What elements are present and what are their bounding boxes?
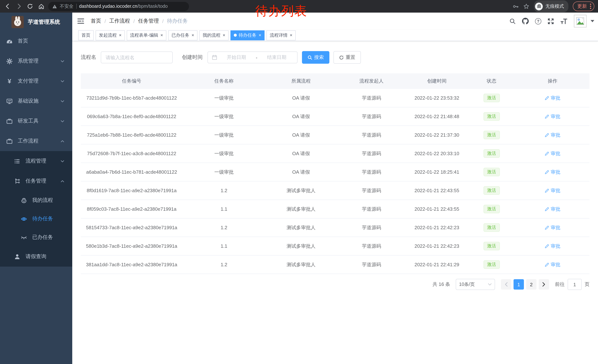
breadcrumb-home[interactable]: 首页 [91, 18, 101, 24]
fullscreen-icon[interactable] [548, 18, 554, 24]
sidebar-item-workflow[interactable]: 工作流程 [0, 131, 72, 151]
close-icon[interactable]: × [160, 33, 163, 37]
tab-label: 我的流程 [203, 32, 220, 38]
tab-start-process[interactable]: 发起流程× [96, 30, 125, 40]
task-name-cell: 一级审批 [183, 126, 266, 144]
forward-icon[interactable] [15, 2, 23, 10]
approve-link[interactable]: 审批 [545, 132, 560, 138]
approve-link[interactable]: 审批 [545, 261, 560, 268]
page-size-select[interactable]: 10条/页 [456, 279, 495, 290]
github-icon[interactable] [522, 18, 529, 24]
jump-page-input[interactable] [568, 279, 582, 290]
approve-link[interactable]: 审批 [545, 206, 560, 212]
close-icon[interactable]: × [290, 33, 292, 37]
sidebar-item-system[interactable]: 系统管理 [0, 51, 72, 71]
close-icon[interactable]: × [119, 33, 122, 37]
process-name-input[interactable] [101, 51, 173, 63]
initiator-cell: 芋道源码 [337, 218, 406, 237]
prev-page-button[interactable] [501, 279, 511, 290]
breadcrumb-separator: / [105, 18, 106, 24]
avatar[interactable] [574, 15, 587, 27]
tab-home[interactable]: 首页 [78, 30, 94, 40]
caret-down-icon[interactable] [590, 20, 594, 22]
sidebar-item-home[interactable]: 首页 [0, 31, 72, 51]
sidebar-item-todo-tasks[interactable]: 待办任务 [0, 210, 72, 228]
help-icon[interactable]: ? [535, 18, 541, 24]
back-icon[interactable] [4, 2, 12, 10]
kebab-menu-icon[interactable] [590, 3, 591, 9]
created-cell: 2022-01-21 22:43:55 [406, 181, 467, 200]
sidebar-item-process-mgmt[interactable]: 流程管理 [0, 151, 72, 171]
workflow-submenu: 流程管理 任务管理 我的流程 待办任务 已办 [0, 151, 72, 267]
security-label[interactable]: 不安全 [60, 3, 74, 9]
breadcrumb-workflow[interactable]: 工作流程 [109, 18, 130, 24]
monitor-icon [6, 98, 13, 104]
task-name-cell: 1.1 [183, 237, 266, 255]
approve-link[interactable]: 审批 [545, 243, 560, 249]
approve-label: 审批 [551, 261, 560, 268]
breadcrumb-task-mgmt[interactable]: 任务管理 [138, 18, 159, 24]
task-name-cell: 1.1 [183, 200, 266, 218]
tab-label: 待办任务 [239, 32, 256, 38]
sidebar-item-my-process[interactable]: 我的流程 [0, 191, 72, 210]
task-name-cell: 1.2 [183, 255, 266, 274]
search-icon[interactable] [509, 18, 516, 24]
col-task-id: 任务编号 [81, 73, 183, 89]
tab-form-edit[interactable]: 流程表单-编辑× [127, 30, 166, 40]
created-cell: 2022-01-22 20:33:10 [406, 144, 467, 163]
calendar-icon [212, 55, 217, 60]
close-icon[interactable]: × [223, 33, 225, 37]
reset-button[interactable]: 重置 [333, 51, 361, 64]
date-range-picker[interactable]: 开始日期 - 结束日期 [208, 51, 298, 63]
sidebar-item-payment[interactable]: ¥ 支付管理 [0, 71, 72, 91]
sidebar-item-label: 流程管理 [25, 158, 46, 164]
sidebar-item-infra[interactable]: 基础设施 [0, 91, 72, 111]
sidebar-item-task-mgmt[interactable]: 任务管理 [0, 171, 72, 191]
page-button-1[interactable]: 1 [514, 279, 524, 290]
hamburger-icon[interactable] [72, 13, 89, 30]
sidebar-logo[interactable]: 芋道管理系统 [0, 13, 72, 31]
task-name-cell: 1.2 [183, 181, 266, 200]
approve-link[interactable]: 审批 [545, 187, 560, 194]
sidebar-item-done-tasks[interactable]: 已办任务 [0, 228, 72, 247]
close-icon[interactable]: × [259, 33, 261, 37]
tab-todo-tasks[interactable]: 待办任务× [231, 30, 265, 40]
app-title: 芋道管理系统 [28, 18, 60, 25]
sidebar-item-leave-query[interactable]: 请假查询 [0, 247, 72, 267]
reload-icon[interactable] [26, 2, 34, 10]
created-cell: 2022-01-22 23:53:32 [406, 89, 467, 107]
approve-link[interactable]: 审批 [545, 113, 560, 120]
chevron-down-icon [60, 79, 65, 83]
tab-process-detail[interactable]: 流程详情× [266, 30, 296, 40]
tab-my-process[interactable]: 我的流程× [199, 30, 229, 40]
update-label[interactable]: 更新 [577, 3, 587, 10]
approve-label: 审批 [551, 95, 560, 101]
table-row: 8f059c03-7ac8-11ec-a9e2-a2380e71991a 1.1… [81, 200, 590, 218]
font-size-icon[interactable] [560, 18, 568, 24]
approve-link[interactable]: 审批 [545, 150, 560, 157]
breadcrumb: 首页 / 工作流程 / 任务管理 / 待办任务 [91, 18, 188, 24]
update-button[interactable]: 更新 [573, 1, 594, 11]
start-date-placeholder[interactable]: 开始日期 [220, 54, 253, 61]
approve-link[interactable]: 审批 [545, 224, 560, 231]
home-icon[interactable] [37, 2, 45, 10]
process-cell: 测试多审批人 [266, 218, 337, 237]
search-button[interactable]: 搜索 [302, 51, 329, 64]
sidebar-item-devtools[interactable]: 研发工具 [0, 111, 72, 131]
key-icon[interactable] [512, 3, 519, 9]
select-caret-icon [488, 283, 492, 285]
close-icon[interactable]: × [191, 33, 194, 37]
approve-label: 审批 [551, 113, 560, 120]
next-page-button[interactable] [539, 279, 549, 290]
tab-done-tasks[interactable]: 已办任务× [168, 30, 198, 40]
chevron-down-icon [60, 99, 65, 103]
search-button-label: 搜索 [314, 54, 324, 61]
page-button-2[interactable]: 2 [526, 279, 537, 290]
jump-suffix: 页 [585, 281, 590, 288]
end-date-placeholder[interactable]: 结束日期 [260, 54, 293, 61]
url-bar[interactable]: 不安全 dashboard.yudao.iocoder.cn/bpm/task/… [48, 2, 189, 11]
approve-link[interactable]: 审批 [545, 95, 560, 101]
initiator-cell: 芋道源码 [337, 163, 406, 181]
bookmark-star-icon[interactable] [523, 3, 530, 9]
approve-link[interactable]: 审批 [545, 169, 560, 175]
